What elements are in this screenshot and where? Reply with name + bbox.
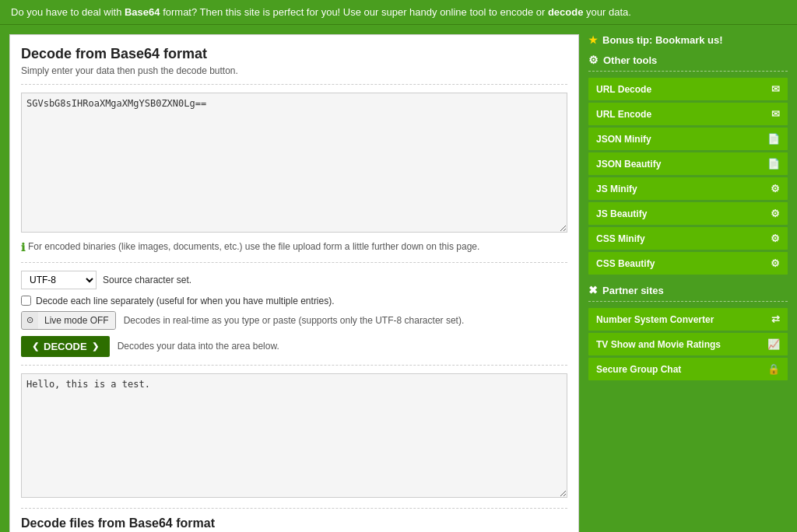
tool-url-encode[interactable]: URL Encode ✉ <box>588 103 788 125</box>
bonus-tip: ★ Bonus tip: Bookmark us! <box>588 34 788 46</box>
charset-label: Source character set. <box>103 275 191 285</box>
tool-js-minify[interactable]: JS Minify ⚙ <box>588 177 788 200</box>
partner-secure-chat-icon: 🔒 <box>767 363 780 375</box>
tool-js-minify-icon: ⚙ <box>771 183 780 194</box>
line-checkbox[interactable] <box>21 296 31 306</box>
charset-select[interactable]: UTF-8 ISO-8859-1 ASCII <box>21 271 97 289</box>
banner-text: Do you have to deal with Base64 format? … <box>11 6 631 18</box>
toggle-icon: ⊙ <box>22 312 38 328</box>
main-content: Decode from Base64 format Simply enter y… <box>9 34 579 532</box>
live-mode-row: ⊙ Live mode OFF Decodes in real-time as … <box>21 311 567 330</box>
tool-css-beautify-icon: ⚙ <box>771 257 780 269</box>
info-icon: ℹ <box>21 241 25 254</box>
live-mode-label: Live mode OFF <box>38 312 115 329</box>
decode-row: ❮ DECODE ❯ Decodes your data into the ar… <box>21 336 567 357</box>
partner-tv-ratings-label: TV Show and Movie Ratings <box>596 339 721 350</box>
live-mode-desc: Decodes in real-time as you type or past… <box>124 315 465 326</box>
checkbox-row: Decode each line separately (useful for … <box>21 296 567 306</box>
tool-json-minify-icon: 📄 <box>767 133 780 145</box>
tool-css-minify-label: CSS Minify <box>596 233 645 244</box>
tool-url-decode[interactable]: URL Decode ✉ <box>588 78 788 100</box>
page-subtitle: Simply enter your data then push the dec… <box>21 65 567 76</box>
partner-number-converter-icon: ⇄ <box>771 313 780 325</box>
tool-css-beautify-label: CSS Beautify <box>596 258 655 269</box>
output-textarea[interactable]: Hello, this is a test. <box>21 373 567 498</box>
file-section-title: Decode files from Base64 format <box>21 516 567 530</box>
tool-url-decode-icon: ✉ <box>771 83 780 95</box>
tool-json-minify-label: JSON Minify <box>596 134 651 145</box>
decode-button[interactable]: ❮ DECODE ❯ <box>21 336 110 357</box>
charset-row: UTF-8 ISO-8859-1 ASCII Source character … <box>21 271 567 289</box>
tool-js-beautify[interactable]: JS Beautify ⚙ <box>588 202 788 225</box>
gear-icon: ⚙ <box>588 54 599 66</box>
tool-url-encode-label: URL Encode <box>596 109 651 120</box>
decode-description: Decodes your data into the area below. <box>118 341 279 352</box>
left-arrow-icon: ❮ <box>32 341 39 352</box>
tool-url-encode-icon: ✉ <box>771 108 780 120</box>
sidebar: ★ Bonus tip: Bookmark us! ⚙ Other tools … <box>588 34 788 383</box>
live-mode-button[interactable]: ⊙ Live mode OFF <box>21 311 116 330</box>
tool-json-beautify[interactable]: JSON Beautify 📄 <box>588 152 788 175</box>
partner-icon: ✖ <box>588 284 598 296</box>
partner-secure-chat-label: Secure Group Chat <box>596 364 681 375</box>
other-tools-title: ⚙ Other tools <box>588 54 788 66</box>
tool-css-minify[interactable]: CSS Minify ⚙ <box>588 227 788 250</box>
tool-js-minify-label: JS Minify <box>596 184 637 194</box>
tool-css-minify-icon: ⚙ <box>771 233 780 244</box>
decode-btn-label: DECODE <box>44 341 87 352</box>
checkbox-label: Decode each line separately (useful for … <box>36 296 335 306</box>
partner-tv-ratings[interactable]: TV Show and Movie Ratings 📈 <box>588 333 788 355</box>
input-textarea[interactable]: SGVsbG8sIHRoaXMgaXMgYSB0ZXN0Lg== <box>21 93 567 233</box>
tool-js-beautify-label: JS Beautify <box>596 208 647 219</box>
partner-number-converter[interactable]: Number System Converter ⇄ <box>588 308 788 331</box>
tool-json-minify[interactable]: JSON Minify 📄 <box>588 128 788 150</box>
right-arrow-icon: ❯ <box>92 341 99 352</box>
partner-secure-chat[interactable]: Secure Group Chat 🔒 <box>588 358 788 380</box>
star-icon: ★ <box>588 34 598 46</box>
info-note: ℹ For encoded binaries (like images, doc… <box>21 241 567 254</box>
page-title: Decode from Base64 format <box>21 46 567 62</box>
top-banner: Do you have to deal with Base64 format? … <box>0 0 797 25</box>
partner-number-converter-label: Number System Converter <box>596 314 714 325</box>
tool-js-beautify-icon: ⚙ <box>771 208 780 219</box>
tool-json-beautify-icon: 📄 <box>767 158 780 170</box>
partner-tv-ratings-icon: 📈 <box>767 338 780 350</box>
tool-json-beautify-label: JSON Beautify <box>596 159 661 170</box>
tool-url-decode-label: URL Decode <box>596 84 651 95</box>
tool-css-beautify[interactable]: CSS Beautify ⚙ <box>588 252 788 275</box>
partner-sites-title: ✖ Partner sites <box>588 284 788 296</box>
